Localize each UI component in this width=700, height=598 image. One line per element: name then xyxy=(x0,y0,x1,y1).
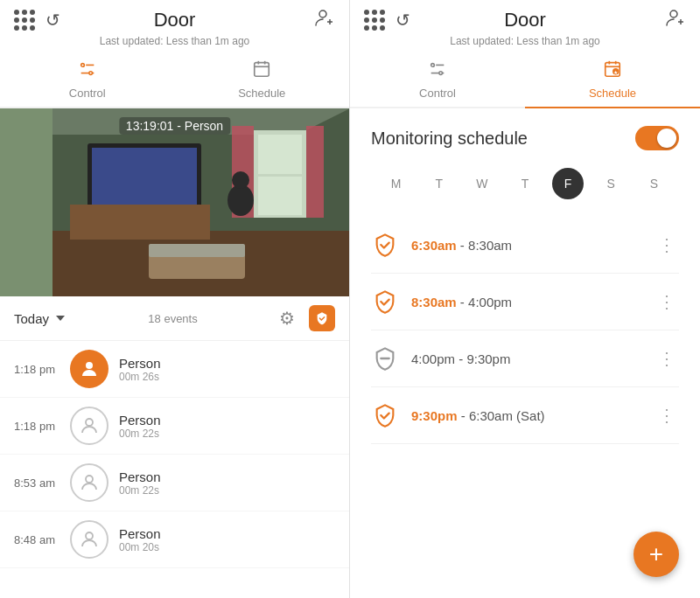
schedule-item[interactable]: 8:30am - 4:00pm ⋮ xyxy=(371,274,679,330)
events-actions: ⚙ xyxy=(279,305,335,331)
grid-icon[interactable] xyxy=(14,10,35,31)
schedule-menu-2[interactable]: ⋮ xyxy=(654,288,679,316)
right-title: Door xyxy=(504,9,546,31)
refresh-icon[interactable]: ↺ xyxy=(46,10,60,31)
svg-rect-9 xyxy=(255,63,270,77)
left-tab-schedule-label: Schedule xyxy=(238,87,285,100)
right-header-icons: ↺ xyxy=(364,10,410,31)
refresh-icon-right[interactable]: ↺ xyxy=(396,10,410,31)
today-label: Today xyxy=(14,311,49,326)
event-duration: 00m 20s xyxy=(119,541,161,553)
event-list: 1:18 pm Person 00m 26s 1:18 pm xyxy=(0,341,349,598)
svg-rect-21 xyxy=(258,135,302,174)
room-svg xyxy=(0,108,349,296)
days-row: M T W T F S S xyxy=(371,168,679,199)
svg-point-33 xyxy=(86,532,93,539)
event-time: 1:18 pm xyxy=(14,420,60,433)
left-title: Door xyxy=(154,9,196,31)
left-panel: ↺ Door Last updated: Less than 1m ago xyxy=(0,0,350,598)
left-last-updated: Last updated: Less than 1m ago xyxy=(0,35,349,52)
schedule-item[interactable]: 9:30pm - 6:30am (Sat) ⋮ xyxy=(371,387,679,444)
left-header-icons: ↺ xyxy=(14,10,60,31)
left-header: ↺ Door xyxy=(0,0,349,35)
svg-point-32 xyxy=(86,476,93,483)
event-item[interactable]: 8:53 am Person 00m 22s xyxy=(0,455,349,511)
svg-point-6 xyxy=(89,72,93,75)
svg-point-40 xyxy=(439,72,443,75)
right-person-icon[interactable] xyxy=(665,8,686,32)
camera-timestamp: 13:19:01 - Person xyxy=(119,117,230,135)
events-count: 18 events xyxy=(148,312,197,325)
monitoring-toggle[interactable] xyxy=(635,126,679,150)
event-label: Person xyxy=(119,356,161,371)
event-time: 8:48 am xyxy=(14,533,60,546)
schedule-item[interactable]: 6:30am - 8:30am ⋮ xyxy=(371,217,679,274)
event-info: Person 00m 20s xyxy=(119,526,161,553)
right-last-updated: Last updated: Less than 1m ago xyxy=(350,35,700,52)
event-duration: 00m 26s xyxy=(119,371,161,383)
day-saturday[interactable]: S xyxy=(595,168,626,199)
event-avatar xyxy=(70,350,108,388)
day-friday[interactable]: F xyxy=(552,168,584,199)
shield-check-icon xyxy=(371,288,399,316)
schedule-items: 6:30am - 8:30am ⋮ 8:30am - 4:00pm ⋮ xyxy=(371,217,679,444)
day-sunday[interactable]: S xyxy=(638,168,669,199)
event-avatar xyxy=(70,463,108,502)
left-tab-control[interactable]: Control xyxy=(0,52,175,108)
svg-rect-28 xyxy=(149,244,245,257)
event-item[interactable]: 1:18 pm Person 00m 26s xyxy=(0,341,349,398)
toggle-track xyxy=(635,126,679,150)
shield-filter-button[interactable] xyxy=(309,305,335,331)
camera-view: 13:19:01 - Person xyxy=(0,108,349,296)
right-tab-schedule[interactable]: ★ Schedule xyxy=(525,52,700,108)
add-schedule-button[interactable]: + xyxy=(634,532,679,577)
day-tuesday[interactable]: T xyxy=(424,168,455,199)
event-duration: 00m 22s xyxy=(119,484,161,497)
right-header: ↺ Door xyxy=(350,0,700,35)
event-item[interactable]: 8:48 am Person 00m 20s xyxy=(0,511,349,568)
schedule-section: Monitoring schedule M T W T F xyxy=(350,108,700,598)
schedule-time-2: 8:30am - 4:00pm xyxy=(411,295,642,309)
schedule-icon-right: ★ xyxy=(603,59,622,83)
event-duration: 00m 22s xyxy=(119,428,161,440)
svg-point-26 xyxy=(232,171,249,189)
svg-point-30 xyxy=(86,362,93,369)
svg-point-37 xyxy=(431,64,435,67)
event-label: Person xyxy=(119,526,161,541)
event-info: Person 00m 22s xyxy=(119,413,161,440)
svg-point-0 xyxy=(319,10,326,17)
schedule-menu-4[interactable]: ⋮ xyxy=(654,401,679,429)
right-tab-control-label: Control xyxy=(419,87,456,100)
svg-rect-18 xyxy=(92,148,197,209)
left-tab-schedule[interactable]: Schedule xyxy=(175,52,350,108)
svg-marker-29 xyxy=(56,316,65,321)
control-icon xyxy=(78,59,97,83)
grid-icon-right[interactable] xyxy=(364,10,385,31)
svg-rect-22 xyxy=(258,177,302,215)
right-tab-control[interactable]: Control xyxy=(350,52,525,108)
schedule-menu-1[interactable]: ⋮ xyxy=(654,231,679,259)
right-panel: ↺ Door Last updated: Less than 1m ago xyxy=(350,0,700,598)
svg-point-25 xyxy=(228,184,254,216)
right-tab-schedule-label: Schedule xyxy=(589,87,636,100)
schedule-time-1: 6:30am - 8:30am xyxy=(411,238,642,253)
gear-icon[interactable]: ⚙ xyxy=(279,308,295,329)
event-info: Person 00m 26s xyxy=(119,356,161,383)
shield-check-icon xyxy=(371,401,399,429)
left-person-icon[interactable] xyxy=(314,8,335,32)
left-tab-control-label: Control xyxy=(69,87,106,100)
schedule-icon-left xyxy=(252,59,271,83)
event-time: 1:18 pm xyxy=(14,363,60,376)
svg-point-3 xyxy=(80,64,84,67)
day-thursday[interactable]: T xyxy=(509,168,541,199)
event-avatar xyxy=(70,520,108,559)
schedule-item[interactable]: 4:00pm - 9:30pm ⋮ xyxy=(371,330,679,387)
dropdown-icon[interactable] xyxy=(54,312,66,324)
schedule-time-3: 4:00pm - 9:30pm xyxy=(411,351,642,366)
schedule-title: Monitoring schedule xyxy=(371,129,528,149)
day-wednesday[interactable]: W xyxy=(466,168,498,199)
left-tabs: Control Schedule xyxy=(0,52,349,108)
day-monday[interactable]: M xyxy=(381,168,412,199)
schedule-menu-3[interactable]: ⋮ xyxy=(654,344,679,372)
event-item[interactable]: 1:18 pm Person 00m 22s xyxy=(0,398,349,455)
